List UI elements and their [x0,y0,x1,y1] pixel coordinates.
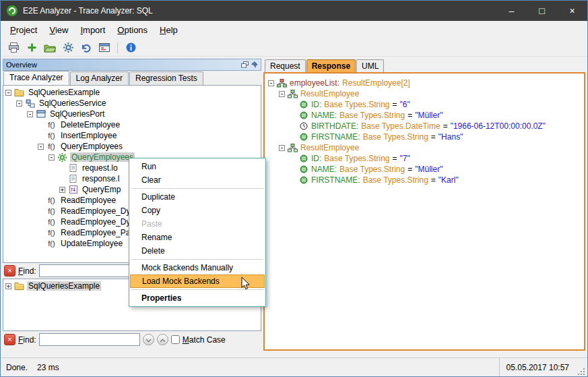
menu-item-options[interactable]: Options [111,23,154,37]
tree-item[interactable]: f()InsertEmployee [3,130,261,141]
context-menu-item-delete[interactable]: Delete [130,244,265,258]
expand-toggle[interactable]: - [48,154,55,161]
port-icon [35,110,46,118]
tree-item-label: response.l [81,174,121,183]
field-value: "6" [400,100,410,109]
tab-trace-analyzer[interactable]: Trace Analyzer [3,71,69,85]
menu-separator [131,259,263,260]
field-value: "Müller" [415,111,443,120]
context-menu-item-properties[interactable]: Properties [130,291,265,305]
context-menu-item-run[interactable]: Run [130,160,265,173]
tree-item[interactable]: NAME:Base Types.String="Müller" [266,110,583,121]
float-window-icon[interactable] [241,61,249,68]
employee-list-icon [276,79,288,88]
gear-icon [57,153,68,162]
context-menu-item-clear[interactable]: Clear [130,173,265,187]
menu-item-help[interactable]: Help [154,23,184,37]
folder-icon [13,282,25,290]
tree-item[interactable]: BIRTHDATE:Base Types.DateTime="1966-06-1… [266,121,583,132]
tree-item[interactable]: f()DeleteEmployee [3,119,261,130]
find-bar-lower: Find: Match Case [3,331,261,348]
minimize-button[interactable]: – [496,1,527,21]
tree-item[interactable]: -f()QueryEmployees [3,141,261,152]
pin-icon[interactable] [251,61,258,68]
field-icon [298,165,309,173]
service-icon [24,99,36,108]
open-folder-icon[interactable] [43,41,57,55]
tree-item-label: SqlQueriesService [38,98,107,108]
tree-item[interactable]: -SqlQueriesService [3,98,261,109]
equals-sign: = [407,111,412,120]
field-name: employeeList: [290,78,339,88]
expand-toggle[interactable]: + [59,187,65,193]
expand-toggle[interactable]: + [5,283,11,289]
tree-item[interactable]: ID:Base Types.String="6" [266,99,583,110]
tree-item[interactable]: -ResultEmployee [266,88,583,99]
title-bar: E2E Analyzer - Trace Analyzer: SQL – □ × [1,1,587,21]
clear-find-icon[interactable] [4,265,15,277]
expand-toggle [59,165,65,171]
trace-view-icon[interactable] [98,41,111,55]
func-icon: f() [46,121,57,129]
tree-item[interactable]: FIRSTNAME:Base Types.String="Hans" [266,132,583,142]
field-type: ResultEmployee [300,143,359,152]
info-icon[interactable] [124,41,137,55]
tree-item[interactable]: NAME:Base Types.String="Müller" [266,164,583,175]
expand-toggle[interactable]: - [5,90,11,96]
menu-item-import[interactable]: Import [74,23,111,37]
field-type: Base Types.String [324,154,389,163]
expand-toggle[interactable]: - [279,145,285,151]
match-case-checkbox[interactable] [171,335,180,344]
field-name: ID: [311,154,321,163]
tab-uml[interactable]: UML [356,59,384,72]
doc-icon [67,164,79,172]
status-datetime: 05.05.2017 10:57 [499,358,577,376]
find-next-button[interactable] [143,334,154,345]
tree-item[interactable]: -SqlQueriesExample [3,87,261,98]
tree-item[interactable]: -employeeList:ResultEmployee[2] [266,78,583,88]
context-menu-item-duplicate[interactable]: Duplicate [130,190,265,204]
tab-log-analyzer[interactable]: Log Analyzer [70,71,129,85]
resize-grip[interactable] [577,368,586,376]
context-menu-item-mock-backends-manually[interactable]: Mock Backends Manually [130,261,265,274]
clear-find-icon[interactable] [4,334,15,345]
context-menu-item-rename[interactable]: Rename [130,231,265,244]
tree-item-label: QueryEmp [81,185,122,194]
find-input-lower[interactable] [39,333,140,346]
expand-toggle[interactable]: - [279,91,285,97]
expand-toggle [38,133,44,139]
field-name: BIRTHDATE: [311,121,358,131]
add-icon[interactable] [25,41,38,55]
expand-toggle [38,198,44,204]
undo-icon[interactable] [79,41,93,55]
expand-toggle[interactable]: - [38,144,44,150]
menu-item-view[interactable]: View [43,23,74,37]
context-menu-item-copy[interactable]: Copy [130,204,265,217]
field-name: FIRSTNAME: [311,175,360,185]
tree-item-label: SqlQueriesPort [48,109,106,119]
tree-item[interactable]: -SqlQueriesPort [3,109,261,119]
field-type: Base Types.String [324,100,389,109]
func-icon: f() [46,218,57,226]
tree-item[interactable]: FIRSTNAME:Base Types.String="Karl" [266,175,583,185]
status-message: Done. [6,363,28,372]
expand-toggle[interactable]: - [268,80,274,86]
expand-toggle[interactable]: - [16,100,22,107]
tab-response[interactable]: Response [306,59,356,72]
maximize-button[interactable]: □ [527,1,557,21]
field-type: ResultEmployee [300,89,359,98]
settings-gear-icon[interactable] [61,41,75,55]
printer-icon[interactable] [7,41,20,55]
tree-item[interactable]: ID:Base Types.String="7" [266,153,583,164]
find-previous-button[interactable] [157,334,168,345]
close-button[interactable]: × [557,1,587,21]
expand-toggle[interactable]: - [27,111,33,117]
menu-bar: ProjectViewImportOptionsHelp [1,21,587,39]
field-type: ResultEmployee[2] [342,78,410,88]
field-value: "Müller" [415,165,443,174]
tree-item[interactable]: -ResultEmployee [266,142,583,153]
menu-item-project[interactable]: Project [4,23,43,37]
tab-regression-tests[interactable]: Regression Tests [129,71,203,85]
tab-request[interactable]: Request [265,59,306,72]
tree-item-label: request.lo [81,163,119,173]
